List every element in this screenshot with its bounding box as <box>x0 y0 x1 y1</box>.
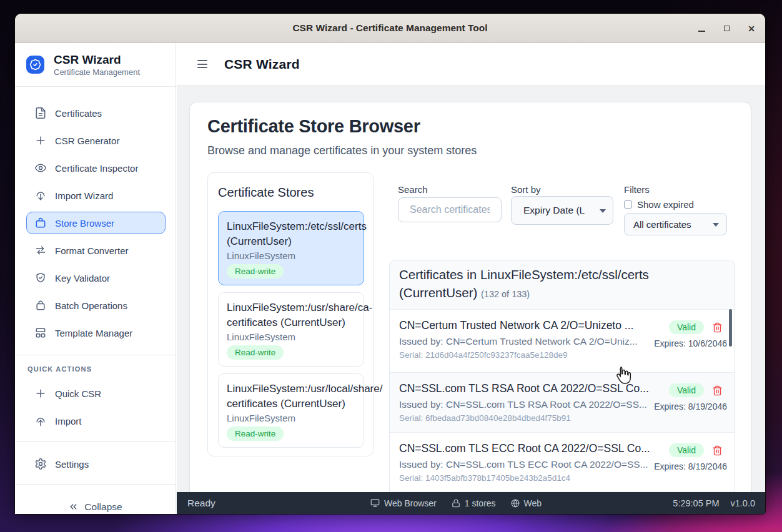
access-badge: Read-write <box>227 345 284 360</box>
store-name: LinuxFileSystem:/etc/ssl/certs <box>227 219 355 234</box>
minimize-button[interactable] <box>696 23 707 34</box>
access-badge: Read-write <box>227 426 284 441</box>
gear-icon <box>34 458 47 470</box>
plus-icon <box>34 387 47 400</box>
sort-select[interactable]: Expiry Date (L <box>511 196 613 225</box>
certificate-serial: Serial: 21d6d04a4f250fc93237fcaa5e128de9 <box>399 348 725 362</box>
brand-title: CSR Wizard <box>54 52 140 67</box>
certificates-list-header: Certificates in LinuxFileSystem:/etc/ssl… <box>390 260 735 310</box>
file-text-icon <box>34 107 47 119</box>
filters-label: Filters <box>624 183 727 196</box>
collapse-label: Collapse <box>84 501 122 513</box>
filter-value: All certificates <box>633 219 691 230</box>
lock-icon <box>452 499 460 508</box>
certificate-count: (132 of 133) <box>481 289 530 299</box>
sidebar-item-label: Format Converter <box>55 245 129 256</box>
certificate-row[interactable]: CN=Certum Trusted Network CA 2/O=Unizeto… <box>390 310 735 373</box>
delete-button[interactable] <box>712 385 723 396</box>
app-logo <box>26 56 44 74</box>
store-type: LinuxFileSystem <box>227 249 355 263</box>
delete-button[interactable] <box>712 322 723 333</box>
settings-label: Settings <box>55 459 89 470</box>
divider <box>15 355 176 355</box>
status-ready: Ready <box>187 498 215 509</box>
status-badge: Valid <box>669 320 704 334</box>
store-name: (CurrentUser) <box>227 234 355 249</box>
brand: CSR Wizard Certificate Management <box>15 43 176 87</box>
page-title: Certificate Store Browser <box>207 116 420 137</box>
sidebar-item-label: CSR Generator <box>55 135 119 146</box>
status-badge: Valid <box>669 443 704 457</box>
store-type: LinuxFileSystem <box>227 411 355 425</box>
certificate-row[interactable]: CN=SSL.com TLS RSA Root CA 2022/O=SSL Co… <box>390 373 735 433</box>
chevrons-left-icon <box>68 501 79 513</box>
sidebar-item-key-validator[interactable]: Key Validator <box>26 267 166 289</box>
sidebar-item-label: Key Validator <box>55 273 110 283</box>
access-badge: Read-write <box>227 264 284 278</box>
search-label: Search <box>398 183 502 196</box>
content: Certificate Store Browser Browse and man… <box>177 86 765 492</box>
search-input[interactable] <box>398 197 502 222</box>
sidebar-item-batch-operations[interactable]: Batch Operations <box>26 294 166 317</box>
certificate-filter-select[interactable]: All certificates <box>624 213 727 235</box>
sidebar-item-import-wizard[interactable]: Import Wizard <box>26 184 166 207</box>
sidebar-item-certificates[interactable]: Certificates <box>26 102 166 124</box>
status-item-label: Web <box>524 498 542 508</box>
sidebar: CSR Wizard Certificate Management Certif… <box>15 43 176 514</box>
certificate-row[interactable]: CN=SSL.com TLS ECC Root CA 2022/O=SSL Co… <box>390 433 735 491</box>
sidebar-item-label: Batch Operations <box>55 300 127 311</box>
header-title: CSR Wizard <box>224 57 300 72</box>
arrows-right-left-icon <box>34 244 47 257</box>
certificates-list-panel: Certificates in LinuxFileSystem:/etc/ssl… <box>389 260 735 492</box>
import-button[interactable]: Import <box>26 410 166 432</box>
status-item-label: Web Browser <box>384 498 437 508</box>
globe-icon <box>511 499 520 508</box>
quick-csr-button[interactable]: Quick CSR <box>26 382 166 405</box>
stores-panel-title: Certificate Stores <box>218 184 363 200</box>
store-card-etc-ssl-certs[interactable]: LinuxFileSystem:/etc/ssl/certs (CurrentU… <box>218 211 364 285</box>
close-button[interactable]: ✕ <box>746 23 757 34</box>
show-expired-checkbox[interactable] <box>624 200 632 209</box>
sidebar-item-csr-generator[interactable]: CSR Generator <box>26 129 166 152</box>
sidebar-item-label: Template Manager <box>55 328 132 338</box>
certificate-serial: Serial: 6fbedaad73bd0840e28b4dbed4f75b91 <box>399 411 725 425</box>
show-expired-label: Show expired <box>637 199 694 210</box>
status-item-label: 1 stores <box>465 498 496 508</box>
layout-icon <box>34 327 47 339</box>
store-card-usr-share-ca[interactable]: LinuxFileSystem:/usr/share/ca- certifica… <box>218 292 364 367</box>
delete-button[interactable] <box>712 445 723 456</box>
store-name: LinuxFileSystem:/usr/share/ca- <box>227 300 355 315</box>
sort-value: Expiry Date (L <box>523 205 585 216</box>
sidebar-item-certificate-inspector[interactable]: Certificate Inspector <box>26 157 166 179</box>
window-title: CSR Wizard - Certificate Management Tool <box>292 22 487 34</box>
sidebar-item-label: Certificates <box>55 108 102 119</box>
titlebar: CSR Wizard - Certificate Management Tool… <box>15 14 765 43</box>
sidebar-item-format-converter[interactable]: Format Converter <box>26 239 166 262</box>
maximize-button[interactable] <box>721 23 732 34</box>
main-area: CSR Wizard Certificate Store Browser Bro… <box>177 43 765 514</box>
certificate-expiry: Expires: 10/6/2046 <box>654 338 727 348</box>
sidebar-item-store-browser[interactable]: Store Browser <box>26 212 166 234</box>
app-header: CSR Wizard <box>177 43 765 86</box>
sidebar-item-label: Store Browser <box>55 218 114 229</box>
download-icon <box>34 189 47 202</box>
status-badge: Valid <box>669 383 704 397</box>
store-name: certificates (CurrentUser) <box>227 315 355 330</box>
collapse-button[interactable]: Collapse <box>15 484 176 514</box>
certificate-expiry: Expires: 8/19/2046 <box>654 461 727 471</box>
plus-icon <box>34 134 47 147</box>
store-card-usr-local-share[interactable]: LinuxFileSystem:/usr/local/share/ certif… <box>218 373 364 448</box>
certificate-serial: Serial: 1403f5abfb378b17405be243b2a5d1c4 <box>399 471 725 485</box>
store-type: LinuxFileSystem <box>227 330 355 344</box>
sidebar-item-template-manager[interactable]: Template Manager <box>26 322 166 344</box>
certificate-stores-panel: Certificate Stores LinuxFileSystem:/etc/… <box>207 172 374 456</box>
menu-icon[interactable] <box>197 60 207 68</box>
status-version: v1.0.0 <box>731 498 756 508</box>
settings-button[interactable]: Settings <box>26 453 166 475</box>
scrollbar-thumb[interactable] <box>729 309 732 347</box>
quick-action-label: Import <box>55 416 82 426</box>
certificate-expiry: Expires: 8/19/2046 <box>654 401 727 411</box>
chevron-down-icon <box>713 223 719 227</box>
briefcase-icon <box>34 217 47 229</box>
status-time: 5:29:05 PM <box>673 498 719 508</box>
